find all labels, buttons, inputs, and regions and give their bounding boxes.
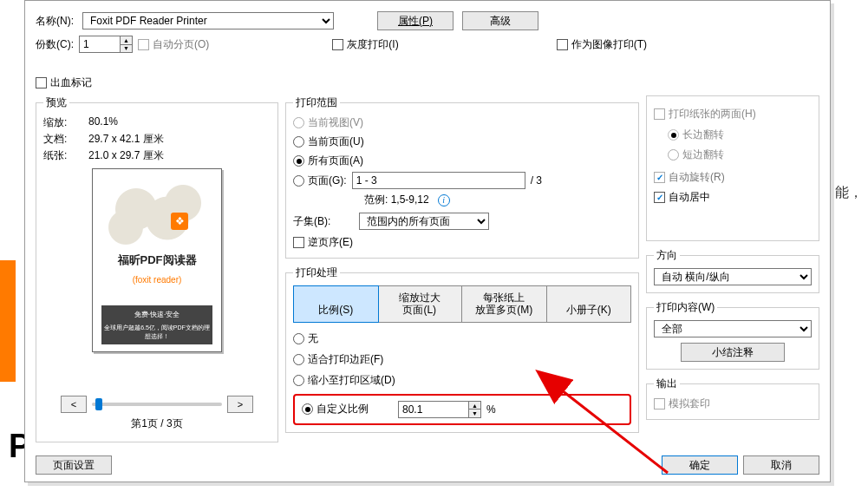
page-slider[interactable] [92, 403, 222, 406]
subset-label: 子集(B): [293, 214, 354, 229]
pages-radio[interactable]: 页面(G): [293, 174, 347, 188]
flip-short-radio: 短边翻转 [668, 147, 724, 162]
fit-margins-radio[interactable]: 适合打印边距(F) [293, 352, 383, 367]
preview-group: 预览 缩放: 80.1% 文档: 29.7 x 42.1 厘米 纸张: 21.0… [36, 95, 278, 442]
copies-label: 份数(C): [36, 37, 74, 52]
pages-input[interactable] [352, 172, 525, 189]
paper-value: 21.0 x 29.7 厘米 [88, 148, 271, 163]
multi-page-tab[interactable]: 每张纸上放置多页(M) [462, 286, 547, 322]
properties-button[interactable]: 属性(P) [377, 11, 454, 30]
duplex-checkbox: 打印纸张的两面(H) [654, 107, 756, 121]
flip-long-radio: 长边翻转 [668, 128, 724, 142]
handling-group: 打印处理 比例(S) 缩放过大页面(L) 每张纸上放置多页(M) 小册子(K) … [285, 265, 639, 433]
print-range-group: 打印范围 当前视图(V) 当前页面(U) 所有页面(A) 页面(G): / 3 … [285, 95, 639, 259]
handling-legend: 打印处理 [293, 265, 340, 280]
auto-rotate-checkbox: 自动旋转(R) [654, 170, 725, 185]
print-content-group: 打印内容(W) 全部 小结注释 [646, 300, 819, 370]
zoom-label: 缩放: [43, 115, 88, 130]
orientation-select[interactable]: 自动 横向/纵向 [654, 268, 812, 285]
cancel-button[interactable]: 取消 [743, 455, 819, 475]
reverse-order-checkbox[interactable]: 逆页序(E) [293, 235, 353, 250]
subset-select[interactable]: 范围内的所有页面 [359, 213, 489, 230]
foxit-logo-icon: ❖ [171, 213, 188, 230]
thumb-title: 福昕PDF阅读器 [118, 252, 197, 268]
copies-spinner[interactable]: ▲▼ [79, 36, 133, 53]
handling-mode-strip: 比例(S) 缩放过大页面(L) 每张纸上放置多页(M) 小册子(K) [293, 285, 631, 323]
custom-scale-spinner[interactable]: ▲▼ [398, 401, 481, 418]
pages-example: 范例: 1,5-9,12 [364, 193, 429, 207]
advanced-button[interactable]: 高级 [462, 11, 538, 30]
all-pages-radio[interactable]: 所有页面(A) [293, 154, 363, 168]
output-group: 输出 模拟套印 [646, 377, 819, 420]
paper-label: 纸张: [43, 148, 88, 163]
custom-scale-highlight: 自定义比例 ▲▼ % [293, 394, 631, 425]
doc-value: 29.7 x 42.1 厘米 [88, 132, 271, 147]
copies-input[interactable] [80, 36, 120, 52]
current-page-radio[interactable]: 当前页面(U) [293, 134, 364, 149]
output-legend: 输出 [654, 377, 680, 391]
thumb-foot1: 免费·快速·安全 [101, 305, 212, 324]
simulate-overprint-checkbox: 模拟套印 [654, 396, 710, 411]
bg-truncated-text: 能， [835, 184, 863, 202]
name-label: 名称(N): [36, 14, 74, 29]
zoom-value: 80.1% [88, 115, 271, 130]
thumb-foot2: 全球用户超越6.5亿，阅读PDF文档的理想选择！ [101, 324, 212, 344]
percent-label: % [486, 403, 496, 416]
print-dialog: 名称(N): Foxit PDF Reader Printer 属性(P) 高级… [24, 0, 831, 482]
content-label: 打印内容(W) [654, 300, 717, 315]
grayscale-checkbox[interactable]: 灰度打印(I) [332, 37, 398, 52]
custom-scale-radio[interactable]: 自定义比例 [302, 402, 369, 416]
doc-label: 文档: [43, 132, 88, 147]
range-legend: 打印范围 [293, 95, 340, 110]
orientation-legend: 方向 [654, 248, 680, 263]
custom-scale-input[interactable] [399, 402, 468, 417]
shrink-area-radio[interactable]: 缩小至打印区域(D) [293, 373, 395, 388]
content-select[interactable]: 全部 [654, 320, 812, 337]
scale-tab[interactable]: 比例(S) [293, 285, 379, 323]
orientation-group: 方向 自动 横向/纵向 [646, 248, 819, 293]
pages-total: / 3 [531, 174, 542, 187]
prev-page-button[interactable]: < [61, 396, 87, 413]
auto-center-checkbox[interactable]: 自动居中 [654, 190, 710, 205]
page-info: 第1页 / 3页 [43, 416, 271, 431]
page-thumbnail: ❖ 福昕PDF阅读器 (foxit reader) 免费·快速·安全 全球用户超… [92, 168, 222, 352]
large-page-tab[interactable]: 缩放过大页面(L) [378, 286, 463, 322]
as-image-checkbox[interactable]: 作为图像打印(T) [557, 37, 647, 52]
current-view-radio: 当前视图(V) [293, 115, 363, 130]
ok-button[interactable]: 确定 [662, 455, 738, 475]
page-setup-button[interactable]: 页面设置 [36, 455, 112, 475]
bleed-checkbox[interactable]: 出血标记 [36, 75, 92, 90]
printer-select[interactable]: Foxit PDF Reader Printer [82, 12, 334, 29]
info-icon[interactable]: i [438, 194, 450, 206]
spinner-down-icon[interactable]: ▼ [468, 410, 480, 417]
preview-canvas: ❖ 福昕PDF阅读器 (foxit reader) 免费·快速·安全 全球用户超… [44, 168, 270, 392]
spinner-down-icon[interactable]: ▼ [120, 45, 132, 53]
thumb-sub: (foxit reader) [133, 275, 182, 285]
booklet-tab[interactable]: 小册子(K) [547, 286, 631, 322]
duplex-group: 打印纸张的两面(H) 长边翻转 短边翻转 自动旋转(R) 自动居中 [646, 95, 819, 241]
next-page-button[interactable]: > [227, 396, 253, 413]
summarize-comments-button[interactable]: 小结注释 [681, 343, 785, 362]
spinner-up-icon[interactable]: ▲ [120, 36, 132, 45]
spinner-up-icon[interactable]: ▲ [468, 402, 480, 410]
preview-legend: 预览 [43, 95, 69, 110]
scale-none-radio[interactable]: 无 [293, 331, 318, 346]
collate-checkbox: 自动分页(O) [138, 37, 209, 52]
